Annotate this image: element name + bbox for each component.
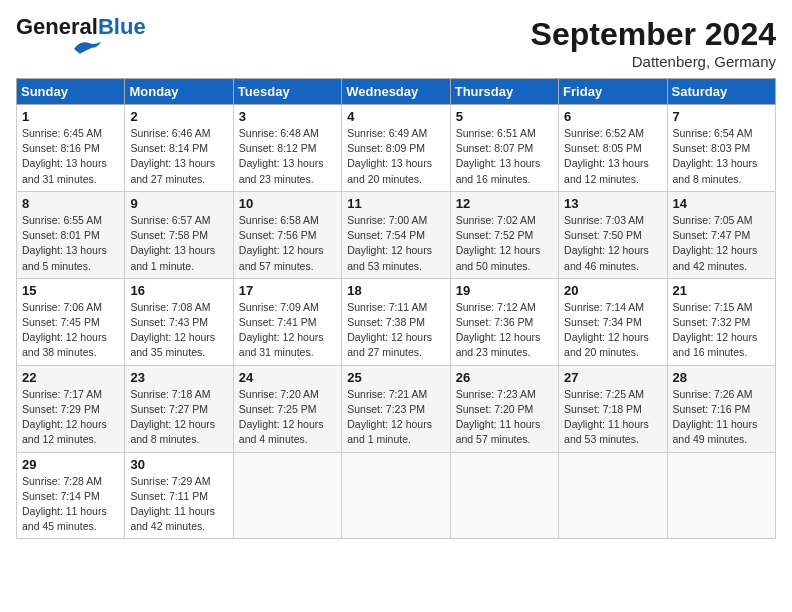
day-info: Sunrise: 7:02 AMSunset: 7:52 PMDaylight:… [456, 214, 541, 272]
col-header-monday: Monday [125, 79, 233, 105]
calendar-cell: 10 Sunrise: 6:58 AMSunset: 7:56 PMDaylig… [233, 191, 341, 278]
day-number: 19 [456, 283, 553, 298]
calendar-cell: 6 Sunrise: 6:52 AMSunset: 8:05 PMDayligh… [559, 105, 667, 192]
day-number: 25 [347, 370, 444, 385]
calendar-cell: 26 Sunrise: 7:23 AMSunset: 7:20 PMDaylig… [450, 365, 558, 452]
calendar-cell: 14 Sunrise: 7:05 AMSunset: 7:47 PMDaylig… [667, 191, 775, 278]
day-number: 20 [564, 283, 661, 298]
page-header: GeneralBlue September 2024 Dattenberg, G… [16, 16, 776, 70]
day-number: 8 [22, 196, 119, 211]
day-info: Sunrise: 6:49 AMSunset: 8:09 PMDaylight:… [347, 127, 432, 185]
day-number: 23 [130, 370, 227, 385]
day-info: Sunrise: 7:09 AMSunset: 7:41 PMDaylight:… [239, 301, 324, 359]
month-title: September 2024 [531, 16, 776, 53]
day-number: 22 [22, 370, 119, 385]
day-number: 9 [130, 196, 227, 211]
day-info: Sunrise: 6:46 AMSunset: 8:14 PMDaylight:… [130, 127, 215, 185]
day-info: Sunrise: 7:08 AMSunset: 7:43 PMDaylight:… [130, 301, 215, 359]
calendar-cell: 25 Sunrise: 7:21 AMSunset: 7:23 PMDaylig… [342, 365, 450, 452]
day-info: Sunrise: 6:55 AMSunset: 8:01 PMDaylight:… [22, 214, 107, 272]
col-header-thursday: Thursday [450, 79, 558, 105]
calendar-cell [233, 452, 341, 539]
day-number: 27 [564, 370, 661, 385]
day-number: 21 [673, 283, 770, 298]
day-number: 16 [130, 283, 227, 298]
calendar-cell [667, 452, 775, 539]
col-header-saturday: Saturday [667, 79, 775, 105]
day-number: 1 [22, 109, 119, 124]
day-info: Sunrise: 7:17 AMSunset: 7:29 PMDaylight:… [22, 388, 107, 446]
calendar-cell: 17 Sunrise: 7:09 AMSunset: 7:41 PMDaylig… [233, 278, 341, 365]
day-info: Sunrise: 6:58 AMSunset: 7:56 PMDaylight:… [239, 214, 324, 272]
day-info: Sunrise: 6:54 AMSunset: 8:03 PMDaylight:… [673, 127, 758, 185]
day-info: Sunrise: 6:52 AMSunset: 8:05 PMDaylight:… [564, 127, 649, 185]
col-header-friday: Friday [559, 79, 667, 105]
calendar-cell: 1 Sunrise: 6:45 AMSunset: 8:16 PMDayligh… [17, 105, 125, 192]
day-number: 7 [673, 109, 770, 124]
day-info: Sunrise: 7:03 AMSunset: 7:50 PMDaylight:… [564, 214, 649, 272]
day-number: 28 [673, 370, 770, 385]
calendar-cell: 13 Sunrise: 7:03 AMSunset: 7:50 PMDaylig… [559, 191, 667, 278]
day-number: 24 [239, 370, 336, 385]
day-info: Sunrise: 7:23 AMSunset: 7:20 PMDaylight:… [456, 388, 541, 446]
day-number: 12 [456, 196, 553, 211]
day-number: 14 [673, 196, 770, 211]
calendar-cell: 15 Sunrise: 7:06 AMSunset: 7:45 PMDaylig… [17, 278, 125, 365]
day-number: 10 [239, 196, 336, 211]
calendar-cell [450, 452, 558, 539]
day-number: 26 [456, 370, 553, 385]
day-number: 4 [347, 109, 444, 124]
calendar-cell: 23 Sunrise: 7:18 AMSunset: 7:27 PMDaylig… [125, 365, 233, 452]
day-info: Sunrise: 7:12 AMSunset: 7:36 PMDaylight:… [456, 301, 541, 359]
calendar-cell: 12 Sunrise: 7:02 AMSunset: 7:52 PMDaylig… [450, 191, 558, 278]
day-info: Sunrise: 7:11 AMSunset: 7:38 PMDaylight:… [347, 301, 432, 359]
col-header-tuesday: Tuesday [233, 79, 341, 105]
calendar-cell: 29 Sunrise: 7:28 AMSunset: 7:14 PMDaylig… [17, 452, 125, 539]
day-info: Sunrise: 7:05 AMSunset: 7:47 PMDaylight:… [673, 214, 758, 272]
day-number: 17 [239, 283, 336, 298]
day-number: 3 [239, 109, 336, 124]
day-info: Sunrise: 7:15 AMSunset: 7:32 PMDaylight:… [673, 301, 758, 359]
day-number: 5 [456, 109, 553, 124]
day-info: Sunrise: 6:48 AMSunset: 8:12 PMDaylight:… [239, 127, 324, 185]
calendar-cell [342, 452, 450, 539]
logo: GeneralBlue [16, 16, 146, 58]
day-info: Sunrise: 6:45 AMSunset: 8:16 PMDaylight:… [22, 127, 107, 185]
day-info: Sunrise: 7:20 AMSunset: 7:25 PMDaylight:… [239, 388, 324, 446]
day-number: 11 [347, 196, 444, 211]
title-block: September 2024 Dattenberg, Germany [531, 16, 776, 70]
calendar-cell: 4 Sunrise: 6:49 AMSunset: 8:09 PMDayligh… [342, 105, 450, 192]
calendar-cell: 2 Sunrise: 6:46 AMSunset: 8:14 PMDayligh… [125, 105, 233, 192]
calendar-cell: 24 Sunrise: 7:20 AMSunset: 7:25 PMDaylig… [233, 365, 341, 452]
calendar-cell: 16 Sunrise: 7:08 AMSunset: 7:43 PMDaylig… [125, 278, 233, 365]
day-info: Sunrise: 6:57 AMSunset: 7:58 PMDaylight:… [130, 214, 215, 272]
calendar-cell: 18 Sunrise: 7:11 AMSunset: 7:38 PMDaylig… [342, 278, 450, 365]
calendar-week-row: 22 Sunrise: 7:17 AMSunset: 7:29 PMDaylig… [17, 365, 776, 452]
day-info: Sunrise: 7:14 AMSunset: 7:34 PMDaylight:… [564, 301, 649, 359]
calendar-header-row: SundayMondayTuesdayWednesdayThursdayFrid… [17, 79, 776, 105]
calendar-cell: 11 Sunrise: 7:00 AMSunset: 7:54 PMDaylig… [342, 191, 450, 278]
calendar-cell: 7 Sunrise: 6:54 AMSunset: 8:03 PMDayligh… [667, 105, 775, 192]
calendar-week-row: 29 Sunrise: 7:28 AMSunset: 7:14 PMDaylig… [17, 452, 776, 539]
day-number: 18 [347, 283, 444, 298]
day-info: Sunrise: 6:51 AMSunset: 8:07 PMDaylight:… [456, 127, 541, 185]
day-info: Sunrise: 7:00 AMSunset: 7:54 PMDaylight:… [347, 214, 432, 272]
calendar-table: SundayMondayTuesdayWednesdayThursdayFrid… [16, 78, 776, 539]
day-info: Sunrise: 7:06 AMSunset: 7:45 PMDaylight:… [22, 301, 107, 359]
day-info: Sunrise: 7:21 AMSunset: 7:23 PMDaylight:… [347, 388, 432, 446]
calendar-cell: 22 Sunrise: 7:17 AMSunset: 7:29 PMDaylig… [17, 365, 125, 452]
location: Dattenberg, Germany [531, 53, 776, 70]
calendar-cell: 21 Sunrise: 7:15 AMSunset: 7:32 PMDaylig… [667, 278, 775, 365]
day-info: Sunrise: 7:18 AMSunset: 7:27 PMDaylight:… [130, 388, 215, 446]
calendar-cell: 27 Sunrise: 7:25 AMSunset: 7:18 PMDaylig… [559, 365, 667, 452]
calendar-cell: 8 Sunrise: 6:55 AMSunset: 8:01 PMDayligh… [17, 191, 125, 278]
calendar-cell: 5 Sunrise: 6:51 AMSunset: 8:07 PMDayligh… [450, 105, 558, 192]
calendar-cell: 3 Sunrise: 6:48 AMSunset: 8:12 PMDayligh… [233, 105, 341, 192]
calendar-cell: 30 Sunrise: 7:29 AMSunset: 7:11 PMDaylig… [125, 452, 233, 539]
calendar-cell: 9 Sunrise: 6:57 AMSunset: 7:58 PMDayligh… [125, 191, 233, 278]
day-info: Sunrise: 7:26 AMSunset: 7:16 PMDaylight:… [673, 388, 758, 446]
day-number: 6 [564, 109, 661, 124]
calendar-cell: 28 Sunrise: 7:26 AMSunset: 7:16 PMDaylig… [667, 365, 775, 452]
day-number: 2 [130, 109, 227, 124]
calendar-week-row: 1 Sunrise: 6:45 AMSunset: 8:16 PMDayligh… [17, 105, 776, 192]
